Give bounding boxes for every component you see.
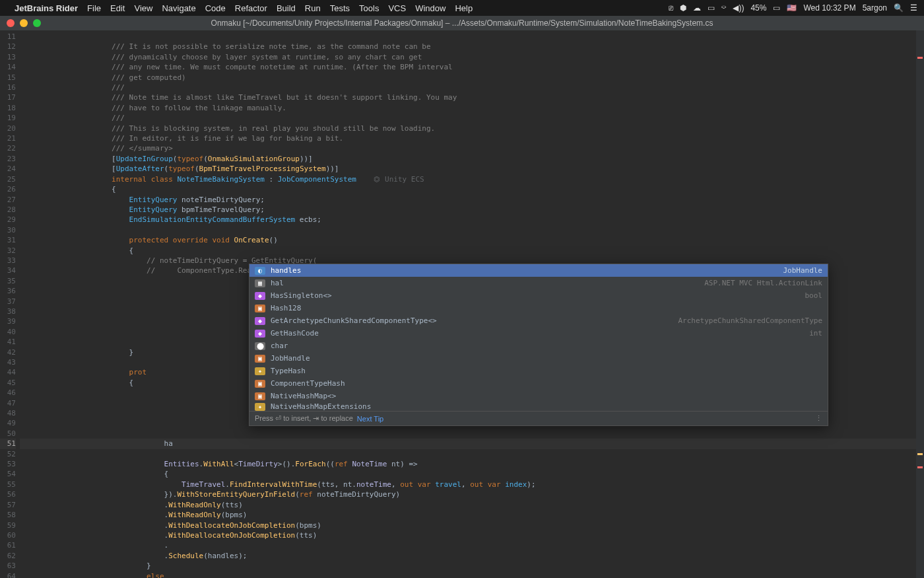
menu-vcs[interactable]: VCS [388, 3, 406, 13]
line-number[interactable]: 39 [0, 316, 16, 326]
line-number[interactable]: 32 [0, 246, 16, 256]
line-number[interactable]: 31 [0, 235, 16, 245]
line-number[interactable]: 50 [0, 429, 16, 439]
line-number[interactable]: 52 [0, 449, 16, 459]
line-number[interactable]: 63 [0, 561, 16, 571]
completion-item[interactable]: ▣ComponentTypeHash [249, 377, 828, 390]
line-number[interactable]: 35 [0, 276, 16, 286]
line-number[interactable]: 53 [0, 459, 16, 469]
line-number[interactable]: 43 [0, 357, 16, 367]
line-number[interactable]: 57 [0, 500, 16, 510]
dropbox-icon[interactable]: ⬢ [680, 3, 686, 13]
line-number[interactable]: 64 [0, 571, 16, 578]
wifi-icon[interactable]: ⌔ [721, 3, 726, 13]
line-number[interactable]: 33 [0, 256, 16, 266]
line-number[interactable]: 12 [0, 42, 16, 52]
menu-help[interactable]: Help [455, 3, 473, 13]
line-number[interactable]: 41 [0, 337, 16, 347]
display-icon[interactable]: ▭ [708, 3, 715, 13]
line-number[interactable]: 58 [0, 510, 16, 520]
error-marker[interactable] [917, 466, 923, 468]
line-number[interactable]: 13 [0, 52, 16, 62]
maximize-button[interactable] [33, 19, 41, 27]
completion-popup[interactable]: ◐handlesJobHandle▦halASP.NET MVC Html.Ac… [249, 264, 828, 426]
line-number[interactable]: 34 [0, 266, 16, 275]
line-number[interactable]: 26 [0, 184, 16, 194]
line-gutter[interactable]: 1112131415161718192021222324252627282930… [0, 30, 20, 578]
chromecast-icon[interactable]: ⎚ [669, 3, 673, 13]
menu-view[interactable]: View [134, 3, 152, 13]
user-name[interactable]: 5argon [863, 3, 887, 13]
completion-item[interactable]: ▣Hash128 [249, 302, 828, 314]
completion-item[interactable]: ▣NativeHashMap<> [249, 390, 828, 402]
line-number[interactable]: 44 [0, 367, 16, 377]
line-number[interactable]: 37 [0, 297, 16, 307]
volume-icon[interactable]: ◀)) [733, 3, 744, 13]
menu-tests[interactable]: Tests [330, 3, 350, 13]
line-number[interactable]: 30 [0, 225, 16, 235]
app-name[interactable]: JetBrains Rider [15, 3, 78, 13]
completion-item[interactable]: ▦halASP.NET MVC Html.ActionLink [249, 277, 828, 289]
menu-file[interactable]: File [87, 3, 101, 13]
line-number[interactable]: 61 [0, 540, 16, 550]
line-number[interactable]: 16 [0, 83, 16, 92]
line-number[interactable]: 22 [0, 143, 16, 153]
line-number[interactable]: 47 [0, 398, 16, 408]
line-number[interactable]: 59 [0, 521, 16, 530]
completion-item[interactable]: ✦NativeHashMapExtensions [249, 402, 828, 411]
line-number[interactable]: 27 [0, 195, 16, 205]
line-number[interactable]: 62 [0, 551, 16, 561]
completion-item[interactable]: ⬤char [249, 340, 828, 352]
line-number[interactable]: 36 [0, 286, 16, 296]
completion-item[interactable]: ◆GetHashCodeint [249, 327, 828, 340]
line-number[interactable]: 29 [0, 215, 16, 225]
line-number[interactable]: 14 [0, 62, 16, 72]
menu-code[interactable]: Code [205, 3, 226, 13]
warning-marker[interactable] [917, 453, 923, 455]
popup-menu-icon[interactable]: ⋮ [815, 414, 822, 423]
battery-icon[interactable]: ▭ [773, 3, 780, 13]
line-number[interactable]: 38 [0, 307, 16, 316]
completion-item[interactable]: ◐handlesJobHandle [249, 264, 828, 277]
completion-item[interactable]: ◆GetArchetypeChunkSharedComponentType<>A… [249, 314, 828, 327]
line-number[interactable]: 24 [0, 164, 16, 174]
menu-icon[interactable]: ☰ [910, 3, 917, 13]
line-number[interactable]: 46 [0, 388, 16, 398]
completion-item[interactable]: ◆HasSingleton<>bool [249, 289, 828, 302]
menu-tools[interactable]: Tools [359, 3, 379, 13]
scroll-marker-bar[interactable] [916, 30, 924, 578]
line-number[interactable]: 21 [0, 133, 16, 143]
cloud-icon[interactable]: ☁ [693, 3, 701, 13]
line-number[interactable]: 48 [0, 408, 16, 418]
line-number[interactable]: 49 [0, 418, 16, 428]
menu-build[interactable]: Build [277, 3, 296, 13]
line-number[interactable]: 17 [0, 92, 16, 102]
minimize-button[interactable] [20, 19, 28, 27]
line-number[interactable]: 19 [0, 113, 16, 123]
menu-run[interactable]: Run [305, 3, 321, 13]
completion-item[interactable]: ▣JobHandle [249, 352, 828, 365]
line-number[interactable]: 55 [0, 480, 16, 489]
search-icon[interactable]: 🔍 [894, 3, 904, 13]
line-number[interactable]: 56 [0, 489, 16, 499]
menu-navigate[interactable]: Navigate [162, 3, 195, 13]
line-number[interactable]: 20 [0, 124, 16, 133]
line-number[interactable]: 23 [0, 154, 16, 164]
line-number[interactable]: 25 [0, 174, 16, 184]
line-number[interactable]: 18 [0, 103, 16, 113]
menu-refactor[interactable]: Refactor [235, 3, 267, 13]
line-number[interactable]: 40 [0, 327, 16, 337]
close-button[interactable] [7, 19, 15, 27]
line-number[interactable]: 11 [0, 32, 16, 42]
line-number[interactable]: 60 [0, 530, 16, 540]
line-number[interactable]: 28 [0, 205, 16, 215]
flag-icon[interactable]: 🇺🇸 [787, 3, 797, 13]
completion-item[interactable]: ✦TypeHash [249, 365, 828, 377]
menu-edit[interactable]: Edit [110, 3, 125, 13]
menu-window[interactable]: Window [415, 3, 446, 13]
line-number[interactable]: 45 [0, 378, 16, 388]
line-number[interactable]: 15 [0, 73, 16, 83]
line-number[interactable]: 51 [0, 439, 16, 449]
error-marker[interactable] [917, 57, 923, 59]
next-tip-link[interactable]: Next Tip [357, 415, 383, 423]
